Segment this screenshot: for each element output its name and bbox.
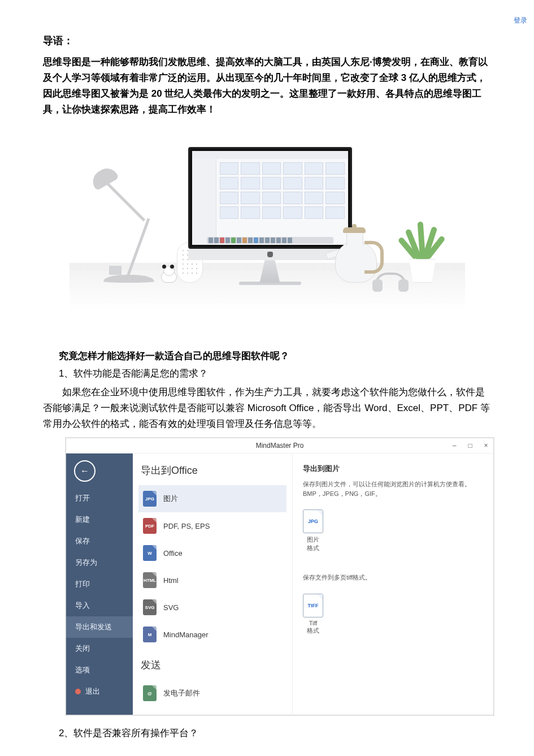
- svg-file-icon: SVG: [143, 599, 157, 615]
- point-1-title: 1、软件功能是否能满足您的需求？: [59, 367, 491, 380]
- panda-figurine-icon: [159, 266, 178, 283]
- plant-icon: [400, 198, 445, 283]
- export-item-label: MindManager: [163, 630, 209, 639]
- export-item-label: PDF, PS, EPS: [163, 522, 210, 530]
- pdf-file-icon: PDF: [143, 518, 157, 534]
- html-file-icon: HTML: [143, 572, 157, 588]
- window-close-button[interactable]: ×: [482, 442, 490, 450]
- nav-exit-label: 退出: [85, 686, 100, 697]
- lead-paragraph: 思维导图是一种能够帮助我们发散思维、提高效率的大脑工具，由英国人东尼·博赞发明，…: [43, 54, 491, 118]
- nav-new[interactable]: 新建: [66, 509, 133, 530]
- point-1-body: 如果您在企业环境中使用思维导图软件，作为生产力工具，就要考虑这个软件能为您做什么…: [43, 385, 491, 432]
- export-item-label: SVG: [163, 603, 179, 612]
- group-export-title: 导出到Office: [141, 464, 286, 477]
- back-button[interactable]: ←: [74, 460, 95, 482]
- window-minimize-button[interactable]: –: [450, 442, 458, 450]
- nav-options[interactable]: 选项: [66, 659, 133, 681]
- jpg-file-icon: JPG: [143, 491, 157, 507]
- nav-close[interactable]: 关闭: [66, 638, 133, 659]
- format-option-tiff[interactable]: TIFF Tiff 格式: [303, 594, 323, 635]
- arrow-left-icon: ←: [80, 466, 89, 476]
- export-list: 导出到Office JPG 图片 PDF PDF, PS, EPS W Offi…: [133, 453, 293, 715]
- export-item-office[interactable]: W Office: [138, 539, 286, 567]
- nav-import[interactable]: 导入: [66, 595, 133, 616]
- window-maximize-button[interactable]: □: [466, 442, 474, 450]
- nav-export-send[interactable]: 导出和发送: [66, 616, 133, 638]
- detail-description: 保存到图片文件，可以让任何能浏览图片的计算机方便查看。 BMP，JPEG，PNG…: [303, 479, 483, 498]
- group-send-title: 发送: [141, 658, 286, 672]
- format-name: Tiff: [309, 620, 318, 627]
- exit-icon: [75, 689, 81, 694]
- left-nav: ← 打开 新建 保存 另存为 打印 导入 导出和发送 关闭 选项 退出: [66, 453, 133, 715]
- export-detail-panel: 导出到图片 保存到图片文件，可以让任何能浏览图片的计算机方便查看。 BMP，JP…: [293, 453, 493, 715]
- computer-monitor-icon: [188, 147, 352, 285]
- nav-print[interactable]: 打印: [66, 573, 133, 595]
- app-window: MindMaster Pro – □ × 登录 ← 打开 新建 保存 另存为 打…: [66, 438, 494, 715]
- format-option-jpg[interactable]: JPG 图片 格式: [303, 509, 323, 552]
- format-name: 图片: [307, 535, 319, 544]
- send-email-item[interactable]: @ 发电子邮件: [138, 680, 286, 707]
- tiff-format-icon: TIFF: [303, 594, 323, 617]
- title-bar: MindMaster Pro – □ ×: [66, 438, 493, 453]
- mindmanager-file-icon: M: [143, 627, 157, 642]
- section-question: 究竟怎样才能选择好一款适合自己的思维导图软件呢？: [59, 349, 491, 362]
- nav-exit[interactable]: 退出: [66, 681, 133, 702]
- detail-description-2: 保存文件到多页tiff格式。: [303, 573, 483, 582]
- export-item-label: 图片: [163, 494, 178, 504]
- export-item-html[interactable]: HTML Html: [138, 567, 286, 594]
- format-sub: 格式: [307, 627, 319, 635]
- export-item-label: Html: [163, 576, 179, 585]
- export-item-mindmanager[interactable]: M MindManager: [138, 621, 286, 648]
- format-sub: 格式: [307, 544, 319, 552]
- send-item-label: 发电子邮件: [163, 688, 200, 698]
- export-item-image[interactable]: JPG 图片: [138, 485, 286, 512]
- hero-illustration: [43, 140, 491, 310]
- detail-title: 导出到图片: [303, 464, 483, 474]
- export-item-svg[interactable]: SVG SVG: [138, 594, 286, 621]
- nav-save[interactable]: 保存: [66, 530, 133, 552]
- login-link[interactable]: 登录: [514, 16, 527, 25]
- export-item-label: Office: [163, 549, 183, 558]
- app-title: MindMaster Pro: [256, 442, 304, 450]
- mail-icon: @: [143, 685, 157, 701]
- apple-logo-icon: [267, 252, 273, 257]
- nav-open[interactable]: 打开: [66, 487, 133, 509]
- point-2-title: 2、软件是否兼容所有操作平台？: [59, 727, 491, 740]
- word-file-icon: W: [143, 545, 157, 561]
- nav-save-as[interactable]: 另存为: [66, 552, 133, 573]
- export-item-pdf[interactable]: PDF PDF, PS, EPS: [138, 512, 286, 539]
- jpg-format-icon: JPG: [303, 509, 323, 533]
- lead-heading: 导语：: [43, 34, 491, 47]
